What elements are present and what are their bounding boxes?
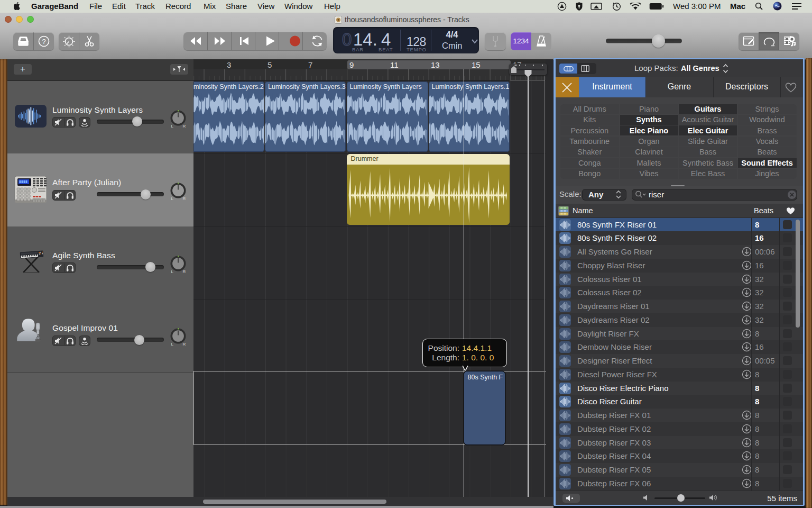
svg-text:L: L	[171, 342, 174, 346]
svg-text:R: R	[183, 269, 186, 274]
svg-text:R: R	[183, 196, 186, 201]
svg-text:L: L	[171, 124, 174, 128]
svg-text:R: R	[183, 342, 186, 346]
svg-text:?: ?	[42, 38, 45, 46]
svg-text:L: L	[171, 269, 174, 274]
svg-text:L: L	[171, 196, 174, 201]
svg-text:R: R	[183, 124, 186, 128]
